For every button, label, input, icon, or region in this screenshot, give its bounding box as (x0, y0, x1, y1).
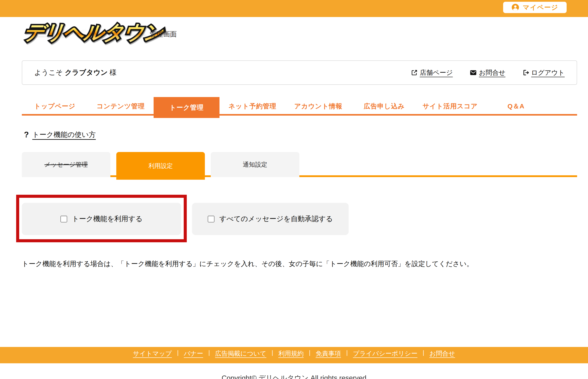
admin-page: マイページ デリヘルタウン デリヘルタウン デリヘルタウン 管理画面 ようこそ … (0, 0, 588, 379)
footer-links: サイトマップ | バナー | 広告掲載について | 利用規約 | 免責事項 | … (0, 347, 588, 358)
talk-feature-checkbox-label: トーク機能を利用する (72, 214, 143, 224)
shop-page-link-label: 店舗ページ (420, 68, 453, 77)
talk-help-link[interactable]: トーク機能の使い方 (32, 130, 96, 140)
subtab-notification-settings[interactable]: 通知設定 (211, 152, 299, 177)
tab-talk-management[interactable]: トーク管理 (154, 97, 219, 118)
sub-tabs: メッセージ管理 利用設定 通知設定 (22, 152, 577, 177)
subtab-message-management-label: メッセージ管理 (45, 160, 88, 169)
footer-separator: | (266, 349, 278, 356)
mypage-button-label: マイページ (523, 3, 558, 12)
help-line: ? トーク機能の使い方 (24, 130, 96, 140)
auto-approve-checkbox-card[interactable]: すべてのメッセージを自動承認する (192, 203, 349, 235)
footer-separator: | (203, 349, 215, 356)
subtab-usage-settings[interactable]: 利用設定 (116, 152, 205, 180)
logo-reflection: デリヘルタウン (25, 22, 167, 42)
welcome-links: 店舗ページ お問合せ (411, 68, 565, 77)
shop-name: クラブタウン (65, 68, 108, 76)
talk-feature-checkbox-card[interactable]: トーク機能を利用する (22, 203, 181, 235)
footer-separator: | (304, 349, 316, 356)
footer-separator: | (172, 349, 184, 356)
instruction-text: トーク機能を利用する場合は、「トーク機能を利用する」にチェックを入れ、その後、女… (22, 259, 563, 269)
footer-link-advertising[interactable]: 広告掲載について (215, 349, 266, 358)
subtab-usage-settings-label: 利用設定 (148, 162, 173, 170)
tab-net-reservation[interactable]: ネット予約管理 (219, 97, 285, 116)
auto-approve-checkbox[interactable] (208, 216, 214, 222)
footer-separator: | (341, 349, 353, 356)
footer-link-disclaimer[interactable]: 免責事項 (316, 349, 341, 358)
contact-link[interactable]: お問合せ (470, 68, 505, 77)
user-circle-icon (511, 3, 519, 11)
logout-link[interactable]: ログアウト (522, 68, 565, 77)
mypage-button[interactable]: マイページ (503, 2, 567, 13)
tab-site-score[interactable]: サイト活用スコア (417, 97, 483, 116)
footer-link-contact[interactable]: お問合せ (429, 349, 455, 358)
logout-link-label: ログアウト (531, 68, 565, 77)
footer-separator: | (417, 349, 429, 356)
tab-content-management[interactable]: コンテンツ管理 (88, 97, 154, 116)
header: デリヘルタウン デリヘルタウン デリヘルタウン 管理画面 (0, 17, 588, 61)
top-bar: マイページ (0, 0, 588, 17)
footer-link-privacy-policy[interactable]: プライバシーポリシー (353, 349, 417, 358)
subtab-message-management[interactable]: メッセージ管理 (22, 152, 110, 177)
external-link-icon (411, 69, 418, 76)
auto-approve-checkbox-label: すべてのメッセージを自動承認する (219, 214, 333, 224)
footer-link-sitemap[interactable]: サイトマップ (133, 349, 172, 358)
welcome-bar: ようこそ クラブタウン 様 店舗ページ (22, 60, 577, 85)
admin-screen-label: 管理画面 (150, 30, 177, 39)
question-mark-icon: ? (24, 130, 29, 139)
envelope-icon (470, 69, 477, 76)
subtab-notification-settings-label: 通知設定 (243, 160, 267, 169)
footer: サイトマップ | バナー | 広告掲載について | 利用規約 | 免責事項 | … (0, 347, 588, 363)
tab-account-info[interactable]: アカウント情報 (285, 97, 351, 116)
footer-link-banner[interactable]: バナー (184, 349, 203, 358)
contact-link-label: お問合せ (479, 68, 505, 77)
footer-link-terms[interactable]: 利用規約 (278, 349, 304, 358)
tab-ad-application[interactable]: 広告申し込み (351, 97, 417, 116)
copyright-text: Copyright© デリヘルタウン All rights reserved (0, 373, 588, 379)
site-logo[interactable]: デリヘルタウン デリヘルタウン デリヘルタウン (24, 19, 146, 60)
talk-feature-checkbox[interactable] (60, 216, 67, 222)
welcome-prefix: ようこそ (34, 68, 63, 76)
tab-top-page[interactable]: トップページ (22, 97, 88, 116)
shop-page-link[interactable]: 店舗ページ (411, 68, 453, 77)
welcome-text: ようこそ クラブタウン 様 (34, 68, 116, 78)
welcome-suffix: 様 (110, 68, 116, 76)
main-nav: トップページ コンテンツ管理 トーク管理 ネット予約管理 アカウント情報 広告申… (22, 97, 577, 116)
tab-qa[interactable]: Q＆A (483, 97, 549, 116)
logout-icon (522, 69, 529, 76)
